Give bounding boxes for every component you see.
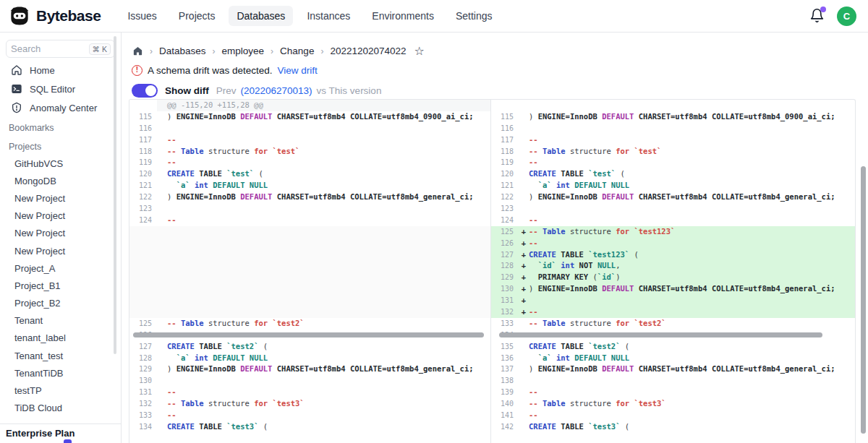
main-nav: IssuesProjectsDatabasesInstancesEnvironm…	[119, 6, 500, 26]
breadcrumb-separator: ›	[213, 46, 216, 56]
nav-item-instances[interactable]: Instances	[299, 6, 358, 26]
project-item[interactable]: Tenant_test	[0, 347, 121, 364]
diff-line: 140-- Table structure for `test3`	[491, 398, 855, 410]
diff-line	[129, 295, 490, 306]
nav-item-environments[interactable]: Environments	[364, 6, 442, 26]
bytebase-logo[interactable]: Bytebase	[0, 5, 101, 27]
show-diff-toggle[interactable]	[132, 84, 158, 98]
notification-bell-icon[interactable]	[809, 8, 825, 24]
line-number: 117	[491, 134, 519, 146]
code-text	[529, 123, 855, 134]
project-item[interactable]: New Project	[0, 225, 121, 242]
right-pane-horizontal-scrollbar[interactable]	[499, 332, 822, 337]
project-item[interactable]: New Project	[0, 189, 121, 207]
project-item[interactable]: New Project	[0, 207, 121, 225]
search-input[interactable]	[11, 43, 83, 54]
diff-hunk-header: @@ -115,20 +115,28 @@	[129, 100, 490, 111]
code-text	[167, 226, 490, 238]
diff-sign	[519, 353, 529, 364]
breadcrumb: › Databases › employee › Change › 202212…	[122, 33, 868, 58]
diff-line: 125-- Table structure for `test2`	[129, 318, 490, 330]
code-text: `a` int DEFAULT NULL	[529, 353, 855, 364]
bookmark-star-icon[interactable]: ☆	[414, 44, 425, 58]
code-text	[167, 249, 490, 261]
diff-sign: +	[519, 226, 529, 238]
line-number: 138	[491, 375, 519, 387]
code-text: CREATE TABLE `test3` (	[167, 421, 490, 433]
project-item[interactable]: Tenant	[0, 312, 121, 330]
page-vertical-scrollbar[interactable]	[861, 166, 866, 434]
project-item[interactable]: New Project	[0, 242, 121, 259]
diff-line: 124--	[129, 215, 490, 226]
diff-sign	[519, 341, 529, 353]
project-item[interactable]: Project_B1	[0, 277, 121, 294]
search-shortcut: ⌘ K	[89, 43, 111, 55]
view-drift-link[interactable]: View drift	[278, 65, 318, 76]
diff-line: 118-- Table structure for `test`	[491, 146, 855, 158]
line-number: 125	[491, 226, 519, 238]
code-text	[167, 260, 490, 272]
code-text	[167, 238, 490, 249]
code-text: `a` int DEFAULT NULL	[167, 353, 490, 364]
sidebar-item-sql-editor[interactable]: SQL Editor	[0, 79, 121, 98]
line-number: 129	[491, 272, 519, 283]
code-text	[167, 306, 490, 318]
diff-line: 125+-- Table structure for `test123`	[491, 226, 855, 238]
diff-line: 119--	[129, 157, 490, 168]
diff-sign	[157, 100, 167, 111]
project-item[interactable]: TenantTiDB	[0, 364, 121, 382]
nav-item-projects[interactable]: Projects	[171, 6, 224, 26]
diff-sign	[157, 192, 167, 203]
sidebar-scrollbar[interactable]	[114, 36, 116, 354]
code-text	[167, 203, 490, 215]
code-text	[529, 203, 855, 215]
nav-item-issues[interactable]: Issues	[119, 6, 164, 26]
sidebar-item-anomaly-center[interactable]: Anomaly Center	[0, 98, 121, 117]
code-text: --	[529, 387, 855, 398]
diff-sign	[519, 123, 529, 134]
diff-line: 124--	[491, 215, 855, 226]
notification-dot	[820, 7, 826, 12]
code-text: --	[167, 134, 490, 146]
breadcrumb-databases[interactable]: Databases	[159, 46, 206, 56]
project-item[interactable]: Project_B2	[0, 295, 121, 312]
project-item[interactable]: TiDB Cloud	[0, 400, 121, 417]
project-item[interactable]: tenant_label	[0, 330, 121, 347]
breadcrumb-home-icon[interactable]	[132, 46, 143, 56]
line-number: 132	[129, 398, 157, 410]
diff-line: 139--	[491, 387, 855, 398]
diff-sign: +	[519, 238, 529, 249]
line-number: 124	[491, 215, 519, 226]
diff-pane-current: 115) ENGINE=InnoDB DEFAULT CHARSET=utf8m…	[490, 100, 855, 443]
breadcrumb-change[interactable]: Change	[280, 46, 314, 56]
breadcrumb-employee[interactable]: employee	[222, 46, 265, 56]
diff-line: 138	[491, 375, 855, 387]
code-text	[167, 375, 490, 387]
diff-sign	[157, 283, 167, 295]
sidebar: ⌘ K Home SQL Editor Anomaly Center	[0, 33, 122, 443]
code-text: ) ENGINE=InnoDB DEFAULT CHARSET=utf8mb4 …	[529, 283, 855, 295]
line-number: 137	[491, 364, 519, 375]
line-number	[491, 100, 519, 111]
project-item[interactable]: Project_A	[0, 259, 121, 277]
nav-item-databases[interactable]: Databases	[229, 6, 293, 26]
diff-sign	[157, 353, 167, 364]
nav-item-settings[interactable]: Settings	[448, 6, 501, 26]
sidebar-item-home[interactable]: Home	[0, 61, 121, 79]
search-box[interactable]: ⌘ K	[6, 40, 115, 58]
diff-sign	[157, 215, 167, 226]
user-avatar[interactable]: C	[837, 7, 856, 26]
diff-sign	[519, 410, 529, 421]
project-item[interactable]: GitHubVCS	[0, 155, 121, 172]
diff-sign	[519, 375, 529, 387]
line-number: 123	[491, 203, 519, 215]
prev-version-link[interactable]: (202206270013)	[241, 85, 312, 96]
project-item[interactable]: testTP	[0, 382, 121, 399]
left-pane-horizontal-scrollbar[interactable]	[133, 332, 484, 337]
code-text	[167, 295, 490, 306]
line-number: 115	[491, 111, 519, 123]
code-text: CREATE TABLE `test` (	[167, 168, 490, 180]
breadcrumb-version[interactable]: 20221202074022	[330, 46, 406, 56]
project-item[interactable]: MongoDB	[0, 172, 121, 189]
line-number: 121	[129, 180, 157, 192]
